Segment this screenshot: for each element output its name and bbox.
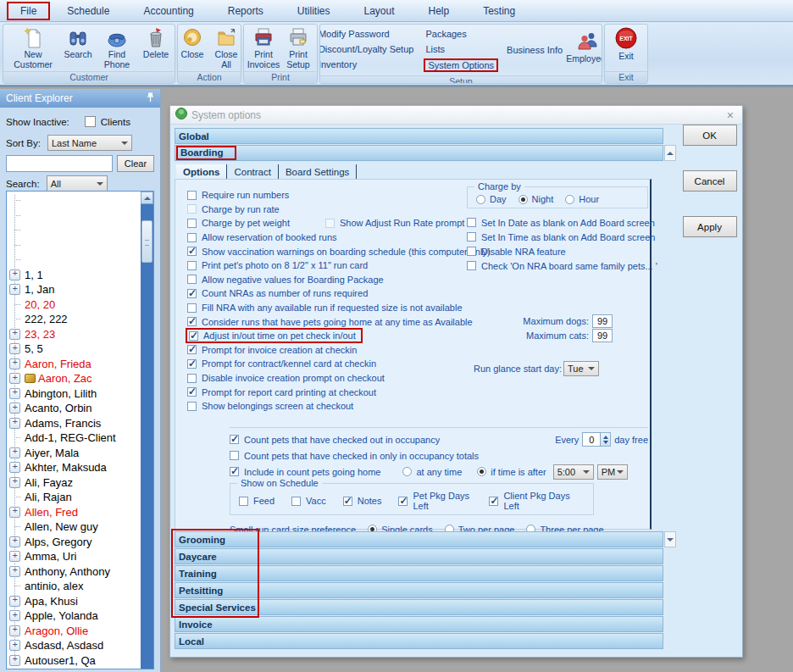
menu-item[interactable]: Testing [466, 2, 532, 20]
checkbox[interactable] [187, 261, 197, 270]
checkbox[interactable] [187, 387, 197, 397]
client-list-item[interactable]: Aaron, Zac [7, 371, 141, 386]
checkbox[interactable] [187, 303, 197, 313]
employees-button[interactable]: Employees [571, 30, 602, 65]
client-list-item[interactable]: Anthony, Anthony [7, 564, 141, 580]
close-all-button[interactable]: Close All [209, 25, 241, 70]
setup-menu-link[interactable]: Lists [424, 43, 498, 55]
checkbox[interactable] [230, 467, 239, 476]
section-bar[interactable]: Daycare [175, 548, 663, 564]
tree-expand-icon[interactable] [9, 388, 20, 399]
close-icon[interactable]: × [724, 108, 737, 122]
client-list-item[interactable]: Aaron, Frieda [7, 357, 141, 372]
checkbox[interactable] [187, 219, 197, 228]
run-glance-dropdown[interactable]: Tue [563, 361, 599, 376]
menu-item[interactable]: Reports [211, 2, 280, 20]
tree-expand-icon[interactable] [9, 610, 20, 621]
schedule-check[interactable]: Client Pkg Days Left [489, 491, 571, 511]
checkbox[interactable] [187, 402, 197, 411]
section-bar[interactable]: Invoice [175, 616, 663, 632]
print-setup-button[interactable]: Print Setup [281, 25, 315, 70]
menu-item[interactable]: Schedule [50, 2, 126, 20]
checkbox[interactable] [230, 435, 239, 444]
checkbox[interactable] [187, 374, 197, 383]
checkbox[interactable] [187, 345, 197, 354]
charge-by-radio[interactable]: Day [476, 194, 507, 204]
tree-expand-icon[interactable] [9, 596, 20, 607]
client-list-item[interactable]: Adams, Francis [7, 416, 141, 431]
business-info-link[interactable]: Business Info [507, 45, 563, 55]
find-phone-button[interactable]: Find Phone [95, 25, 139, 70]
client-list-item[interactable] [7, 193, 141, 208]
tree-expand-icon[interactable] [9, 329, 20, 340]
close-button[interactable]: Close [177, 25, 209, 61]
tree-expand-icon[interactable] [9, 210, 20, 221]
tree-expand-icon[interactable] [9, 640, 20, 651]
checkbox[interactable] [230, 451, 239, 460]
tree-expand-icon[interactable] [9, 284, 20, 295]
dialog-button[interactable]: Cancel [683, 170, 737, 192]
client-list-item[interactable]: Amma, Uri [7, 549, 141, 564]
checkbox[interactable] [187, 289, 197, 298]
print-invoices-button[interactable]: Print Invoices [246, 25, 281, 70]
show-inactive-checkbox[interactable] [85, 116, 96, 127]
scroll-up-button[interactable] [664, 145, 676, 161]
max-cats-input[interactable]: 99 [592, 329, 613, 342]
section-bar-global[interactable]: Global [175, 128, 663, 144]
client-list-item[interactable] [7, 208, 141, 224]
section-bar[interactable]: Petsitting [175, 582, 663, 598]
schedule-check[interactable]: Pet Pkg Days Left [398, 491, 472, 511]
menu-item[interactable]: Help [412, 2, 467, 20]
every-day-spinner[interactable]: 0 [582, 432, 611, 447]
client-list-item[interactable]: Apa, Khusi [7, 594, 141, 609]
going-home-radio[interactable]: at any time [402, 467, 462, 477]
tree-expand-icon[interactable] [9, 418, 20, 429]
clear-button[interactable]: Clear [117, 155, 154, 172]
tree-expand-icon[interactable] [9, 447, 20, 458]
checkbox[interactable] [187, 247, 197, 256]
client-filter-input[interactable] [6, 155, 113, 172]
schedule-check[interactable]: Feed [239, 496, 274, 506]
dialog-button[interactable]: OK [683, 125, 737, 146]
time-dropdown[interactable]: 5:00 [553, 464, 594, 480]
client-list-item[interactable]: Abington, Lilith [7, 386, 141, 402]
setup-menu-link[interactable]: Inventory [319, 58, 415, 70]
tree-expand-icon[interactable] [9, 195, 20, 206]
tab[interactable]: Contract [227, 164, 278, 179]
checkbox[interactable] [467, 247, 476, 256]
tree-expand-icon[interactable] [9, 358, 20, 369]
client-list-item[interactable]: Acanto, Orbin [7, 401, 141, 416]
ampm-dropdown[interactable]: PM [597, 464, 628, 480]
client-list-item[interactable]: Ali, Rajan [7, 490, 141, 505]
exit-button[interactable]: EXIT Exit [609, 25, 643, 63]
tree-expand-icon[interactable] [9, 477, 20, 488]
tree-expand-icon[interactable] [9, 507, 20, 518]
going-home-radio[interactable]: if time is after [477, 467, 546, 477]
checkbox[interactable] [325, 219, 335, 228]
section-bar[interactable]: Grooming [175, 531, 663, 547]
checkbox[interactable] [187, 359, 197, 369]
section-bar[interactable]: Special Services [175, 599, 663, 615]
tree-expand-icon[interactable] [9, 299, 20, 310]
setup-menu-link[interactable]: Packages [424, 28, 498, 40]
client-list-item[interactable]: antinio, alex [7, 579, 141, 594]
section-bar-boarding[interactable]: Boarding [175, 145, 663, 161]
client-list-item[interactable]: 1, 1 [7, 268, 141, 283]
section-bar[interactable]: Local [175, 633, 663, 649]
client-list-item[interactable]: 222, 222 [7, 312, 141, 327]
tree-expand-icon[interactable] [9, 625, 20, 636]
tree-expand-icon[interactable] [9, 566, 20, 577]
pin-icon[interactable] [147, 92, 154, 105]
tree-expand-icon[interactable] [9, 343, 20, 354]
menu-item[interactable]: Accounting [126, 2, 210, 20]
client-list-item[interactable]: Aiyer, Mala [7, 446, 141, 461]
menu-item[interactable]: Utilities [280, 2, 347, 20]
tree-expand-icon[interactable] [9, 521, 20, 532]
scroll-down-button[interactable] [664, 531, 676, 547]
search-button[interactable]: Search [61, 25, 95, 61]
setup-menu-link[interactable]: System Options [424, 58, 498, 72]
client-list-item[interactable]: Aragon, Ollie [7, 624, 141, 639]
checkbox[interactable] [187, 233, 197, 242]
menu-item[interactable]: File [7, 2, 50, 20]
search-scope-dropdown[interactable]: All [47, 175, 108, 192]
